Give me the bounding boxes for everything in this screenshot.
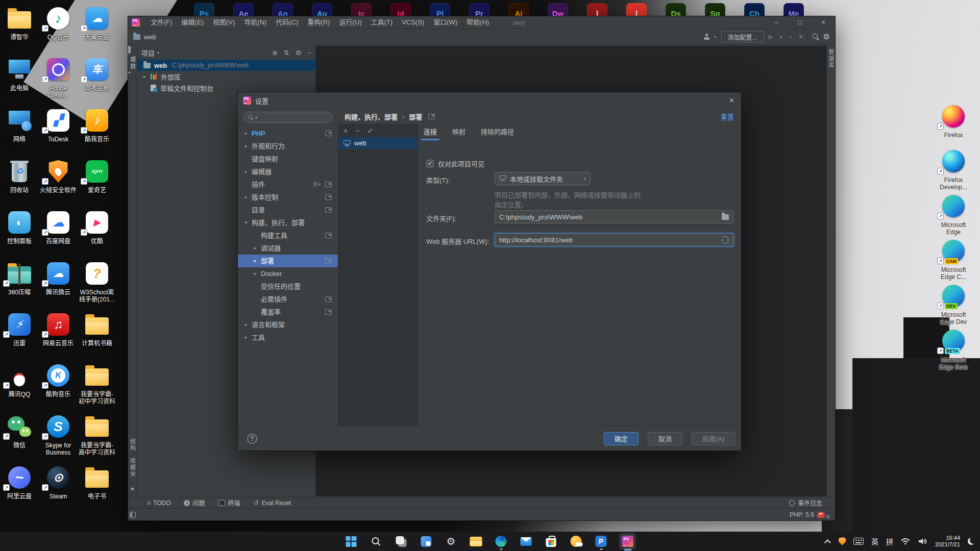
tool-windows-icon[interactable] <box>128 45 129 54</box>
project-tool-icon[interactable]: ⊕ <box>272 49 278 57</box>
project-tool-icon[interactable]: − <box>307 49 311 57</box>
desktop-icon[interactable]: Firefox <box>934 103 973 148</box>
settings-tree-item[interactable]: 插件 <box>238 178 338 191</box>
desktop-icon[interactable]: 火绒安全软件 <box>39 158 78 209</box>
project-tool-icon[interactable]: ⇅ <box>284 49 289 57</box>
desktop-icon[interactable]: ☁ 腾讯微云 <box>39 260 78 311</box>
p-app-button[interactable]: P <box>595 532 608 550</box>
stripe-project-button[interactable]: 项目 <box>129 57 137 70</box>
settings-tree-item[interactable]: ▸ 外观和行为 <box>238 140 338 153</box>
menu-item[interactable]: 代码(C) <box>271 16 303 29</box>
file-explorer-button[interactable] <box>470 532 483 550</box>
settings-tree-item[interactable]: ▸ PHP <box>238 127 338 140</box>
desktop-icon[interactable]: BETA Microsoft Edge Beta <box>934 328 973 372</box>
desktop-icon[interactable]: ▞ ToDesk <box>39 107 78 158</box>
chevron-icon[interactable]: ▸ <box>243 191 249 204</box>
breadcrumb-current[interactable]: 部署 <box>409 112 422 121</box>
settings-tree-item[interactable]: 受信任的位置 <box>238 280 338 293</box>
menu-item[interactable]: 帮助(H) <box>462 16 494 29</box>
todo-button[interactable]: ≡TODO <box>147 499 170 507</box>
desktop-icon[interactable]: 车 驾考宝典 <box>78 56 116 107</box>
desktop-icon[interactable]: ◐ 控制面板 <box>0 209 39 260</box>
settings-app-button[interactable]: ⚙ <box>445 532 458 550</box>
menu-item[interactable]: 导航(N) <box>239 16 271 29</box>
settings-gear-icon[interactable]: ⚙ <box>823 32 830 41</box>
menu-item[interactable]: 工具(T) <box>366 16 397 29</box>
ime-english-indicator[interactable]: 英 <box>871 536 878 546</box>
chevron-icon[interactable]: ▸ <box>243 140 249 153</box>
desktop-icon[interactable]: ⊙ Steam <box>39 464 78 515</box>
settings-tree-item[interactable]: ▸ 编辑器 <box>238 165 338 178</box>
menu-item[interactable]: 重构(R) <box>303 16 334 29</box>
widgets-button[interactable] <box>420 532 433 550</box>
favorites-star-icon[interactable]: ★ <box>130 486 135 492</box>
run-tool-icon[interactable]: ◐ <box>789 33 793 40</box>
store-button[interactable] <box>545 532 558 550</box>
settings-tree-item[interactable]: ▸ 版本控制 <box>238 191 338 204</box>
chevron-icon[interactable]: ▸ <box>243 165 249 178</box>
edge-button[interactable] <box>495 532 508 550</box>
desktop-icon[interactable]: 此电脑 <box>0 56 39 107</box>
chevron-icon[interactable]: ▸ <box>252 255 258 267</box>
server-list-item[interactable]: web <box>338 137 418 149</box>
desktop-icon[interactable]: 谭智华 <box>0 5 39 56</box>
tray-expand-icon[interactable] <box>824 539 831 546</box>
settings-search-input[interactable]: ▾ <box>243 112 333 123</box>
breadcrumb-parent[interactable]: 构建、执行、部署 <box>345 112 398 121</box>
settings-tree-item[interactable]: ▸ 部署 <box>238 255 338 267</box>
desktop-icon[interactable]: ♻ 回收站 <box>0 158 39 209</box>
huorong-shield-icon[interactable] <box>839 537 846 545</box>
chevron-icon[interactable]: ▸ <box>243 127 249 140</box>
help-button[interactable]: ? <box>247 434 257 444</box>
speaker-icon[interactable] <box>918 537 927 545</box>
search-everywhere-icon[interactable] <box>813 34 819 40</box>
browse-folder-icon[interactable] <box>722 214 729 220</box>
apply-button[interactable]: 应用(A) <box>692 432 735 445</box>
desktop-icon[interactable]: 计算机书籍 <box>78 311 116 362</box>
settings-tree-item[interactable]: ▸ 工具 <box>238 331 338 344</box>
project-panel-title[interactable]: 项目 <box>141 48 155 58</box>
desktop-icon[interactable]: ? W3School离 线手册(201... <box>78 260 116 311</box>
user-profile-icon[interactable] <box>703 34 710 40</box>
task-view-button[interactable] <box>395 532 408 550</box>
mail-button[interactable] <box>520 532 533 550</box>
settings-tree-item[interactable]: ▾ 构建、执行、部署 <box>238 216 338 229</box>
desktop-icon[interactable]: ♪ QQ音乐 <box>39 5 78 56</box>
open-in-browser-globe-icon[interactable] <box>721 236 729 244</box>
stripe-structure-button[interactable]: 结构 <box>129 438 137 452</box>
web-server-url-input[interactable]: http://localhost:8081/web <box>495 233 733 246</box>
ime-pinyin-indicator[interactable]: 拼 <box>886 536 893 546</box>
desktop-icon[interactable]: 电子书 <box>78 464 116 515</box>
problems-button[interactable]: !问题 <box>184 498 205 507</box>
run-tool-icon[interactable]: ▶ <box>769 33 773 40</box>
desktop-icon[interactable]: 我要当学霸- 初中学习资料 <box>78 362 116 413</box>
visible-only-checkbox[interactable]: ✓ 仅对此项目可见 <box>426 159 484 168</box>
weather-button[interactable] <box>570 532 583 550</box>
project-row-external-libraries[interactable]: ▸ 外部库 <box>137 71 315 82</box>
desktop-icon[interactable]: K 酷狗音乐 <box>39 362 78 413</box>
phpstorm-taskbar-button[interactable]: PS <box>620 532 636 550</box>
menu-item[interactable]: 窗口(W) <box>429 16 462 29</box>
chevron-icon[interactable]: ▸ <box>252 242 258 255</box>
desktop-icon[interactable]: 微信 <box>0 413 39 464</box>
chevron-right-icon[interactable]: ▸ <box>143 74 151 79</box>
window-control-button[interactable]: × <box>812 16 835 29</box>
server-list-tool-icon[interactable]: + <box>344 127 348 135</box>
desktop-icon[interactable]: 360压缩 <box>0 260 39 311</box>
settings-tree-item[interactable]: ▸ 语言和框架 <box>238 318 338 331</box>
menu-item[interactable]: 编辑(E) <box>177 16 208 29</box>
run-tool-icon[interactable]: ■ <box>799 33 802 40</box>
add-configuration-button[interactable]: 添加配置... <box>721 31 764 42</box>
terminal-button[interactable]: ›_终端 <box>218 498 240 507</box>
deployment-tab[interactable]: 映射 <box>452 127 465 136</box>
ok-button[interactable]: 确定 <box>604 432 639 445</box>
window-control-button[interactable]: – <box>765 16 788 29</box>
project-root-row[interactable]: web C:\phpstudy_pro\WWW\web <box>137 60 315 71</box>
chevron-icon[interactable]: ▾ <box>243 216 249 229</box>
dialog-close-button[interactable]: × <box>727 96 736 105</box>
chevron-icon[interactable]: ▸ <box>252 267 258 280</box>
menu-item[interactable]: 文件(F) <box>146 16 177 29</box>
server-list-tool-icon[interactable]: − <box>355 127 359 135</box>
server-list-tool-icon[interactable]: ✓ <box>367 127 373 135</box>
cancel-button[interactable]: 取消 <box>648 432 682 445</box>
